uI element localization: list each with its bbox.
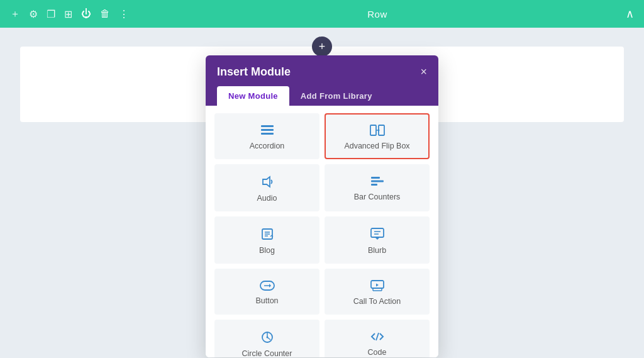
svg-rect-0 (261, 125, 274, 127)
module-item-bar-counters[interactable]: Bar Counters (325, 164, 430, 211)
modal-tabs: New Module Add From Library (217, 86, 427, 106)
add-module-button[interactable]: + (312, 36, 332, 57)
modal-header: Insert Module × New Module Add From Libr… (206, 55, 438, 106)
power-icon[interactable]: ⏻ (81, 8, 91, 20)
accordion-icon (260, 125, 274, 138)
module-label-circle-counter: Circle Counter (242, 349, 292, 357)
module-item-code[interactable]: Code (325, 320, 430, 357)
svg-rect-15 (371, 228, 384, 237)
module-item-blurb[interactable]: Blurb (325, 216, 430, 264)
tab-new-module[interactable]: New Module (217, 86, 289, 106)
settings-icon[interactable]: ⚙ (29, 8, 38, 20)
canvas-area: + Insert Module × New Module Add From Li… (0, 28, 644, 358)
svg-rect-1 (261, 129, 274, 131)
modal-body: Accordion (206, 106, 438, 357)
audio-icon (261, 176, 274, 190)
module-item-blog[interactable]: Blog (214, 216, 319, 264)
module-label-advanced-flip-box: Advanced Flip Box (344, 142, 409, 150)
insert-module-modal: Insert Module × New Module Add From Libr… (206, 55, 438, 357)
top-toolbar: ＋ ⚙ ❐ ⊞ ⏻ 🗑 ⋮ Row ∧ (0, 0, 644, 28)
trash-icon[interactable]: 🗑 (100, 8, 110, 20)
module-label-call-to-action: Call To Action (353, 297, 401, 306)
module-item-call-to-action[interactable]: Call To Action (325, 269, 430, 315)
call-to-action-icon (370, 280, 384, 293)
advanced-flip-box-icon (370, 125, 385, 138)
chevron-up-icon[interactable]: ∧ (626, 8, 634, 20)
svg-rect-2 (261, 133, 274, 135)
tab-add-from-library[interactable]: Add From Library (289, 86, 384, 106)
modal-title-row: Insert Module × (217, 65, 427, 79)
more-icon[interactable]: ⋮ (119, 8, 129, 20)
add-icon[interactable]: ＋ (10, 8, 20, 21)
code-icon (370, 331, 384, 344)
svg-line-31 (376, 333, 379, 340)
module-label-audio: Audio (257, 194, 277, 203)
module-label-code: Code (368, 348, 387, 357)
svg-point-30 (266, 337, 268, 338)
blurb-icon (370, 228, 384, 242)
toolbar-title: Row (367, 9, 387, 20)
svg-rect-3 (370, 125, 376, 135)
modal-title: Insert Module (217, 65, 291, 79)
module-item-advanced-flip-box[interactable]: Advanced Flip Box (325, 113, 430, 159)
copy-icon[interactable]: ❐ (47, 8, 55, 20)
toolbar-right[interactable]: ∧ (626, 7, 634, 21)
module-label-accordion: Accordion (250, 142, 285, 150)
grid-icon[interactable]: ⊞ (64, 8, 72, 20)
plus-icon: + (319, 40, 326, 53)
svg-marker-16 (375, 237, 380, 240)
svg-rect-8 (371, 177, 380, 179)
svg-marker-7 (263, 177, 270, 187)
svg-marker-21 (269, 284, 271, 288)
row-container: + Insert Module × New Module Add From Li… (20, 47, 624, 122)
button-icon (260, 280, 275, 293)
blog-icon (261, 228, 274, 242)
module-item-button[interactable]: Button (214, 269, 319, 315)
toolbar-left-icons: ＋ ⚙ ❐ ⊞ ⏻ 🗑 ⋮ (10, 8, 129, 21)
module-item-audio[interactable]: Audio (214, 164, 319, 211)
modules-grid: Accordion (214, 113, 430, 357)
module-label-blurb: Blurb (368, 246, 386, 255)
bar-counters-icon (370, 176, 384, 189)
svg-rect-9 (371, 181, 384, 182)
svg-marker-26 (376, 284, 379, 287)
module-label-bar-counters: Bar Counters (354, 193, 401, 201)
module-item-circle-counter[interactable]: Circle Counter (214, 320, 319, 357)
circle-counter-icon (261, 331, 274, 345)
module-label-button: Button (255, 296, 278, 305)
modal-container: Insert Module × New Module Add From Libr… (206, 55, 438, 357)
module-label-blog: Blog (259, 246, 275, 255)
svg-rect-10 (371, 184, 377, 186)
module-item-accordion[interactable]: Accordion (214, 113, 319, 159)
modal-close-button[interactable]: × (420, 65, 427, 79)
